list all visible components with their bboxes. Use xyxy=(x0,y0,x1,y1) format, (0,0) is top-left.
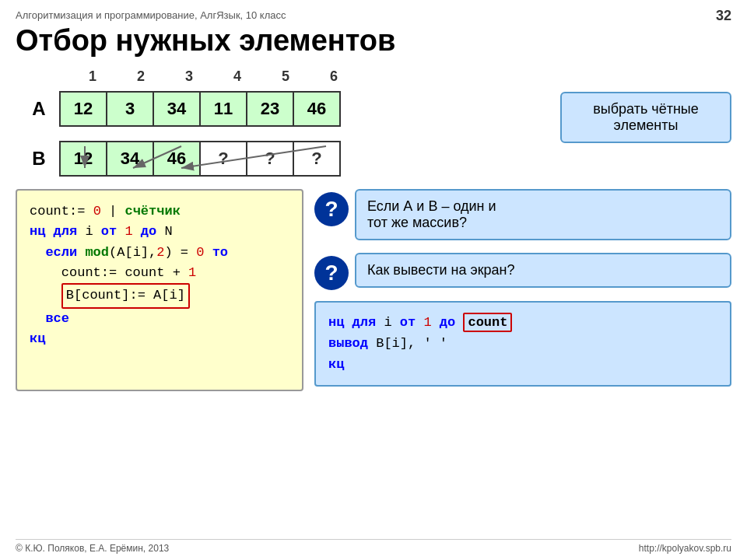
main-title: Отбор нужных элементов xyxy=(16,24,731,58)
count-highlight: count xyxy=(463,313,512,332)
col-label-3: 3 xyxy=(165,68,213,85)
array-b-row: B 12 34 46 ? ? ? xyxy=(23,141,731,177)
array-a-cell-2: 3 xyxy=(106,91,154,127)
slide: Алгоритмизация и программирование, АлгЯз… xyxy=(0,0,747,560)
col-label-4: 4 xyxy=(213,68,261,85)
code-line-5: B[count]:= A[i] xyxy=(30,283,289,308)
array-a-cell-5: 23 xyxy=(246,91,294,127)
array-a-cell-1: 12 xyxy=(59,91,107,127)
code-line-7: кц xyxy=(30,329,289,349)
array-b-cell-4: ? xyxy=(199,141,247,177)
array-a-label: A xyxy=(23,98,54,120)
output-line-2: вывод B[i], ' ' xyxy=(328,333,717,354)
question-1-icon: ? xyxy=(314,192,349,226)
question-2-icon: ? xyxy=(314,256,349,290)
code-box: count:= 0 | счётчик нц для i от 1 до N е… xyxy=(16,189,303,391)
col-label-5: 5 xyxy=(261,68,310,85)
arrays-section: 1 2 3 4 5 6 A 12 3 34 11 23 46 B 12 34 xyxy=(23,68,731,177)
array-b-cell-3: 46 xyxy=(153,141,201,177)
col-label-2: 2 xyxy=(117,68,165,85)
output-code-box: нц для i от 1 до count вывод B[i], ' ' к… xyxy=(314,301,731,387)
question-1-text: Если А и В – один и тот же массив? xyxy=(355,189,731,240)
callout-even-elements: выбрать чётные элементы xyxy=(560,92,731,143)
code-line-4: count:= count + 1 xyxy=(30,263,289,283)
array-a-cells: 12 3 34 11 23 46 xyxy=(61,91,341,127)
array-b-cells: 12 34 46 ? ? ? xyxy=(61,141,341,177)
code-line-6: все xyxy=(30,309,289,329)
array-b-cell-2: 34 xyxy=(106,141,154,177)
column-labels: 1 2 3 4 5 6 xyxy=(68,68,731,85)
array-b-cell-5: ? xyxy=(246,141,294,177)
array-a-cell-3: 34 xyxy=(153,91,201,127)
col-label-6: 6 xyxy=(310,68,358,85)
footer-right: http://kpolyakov.spb.ru xyxy=(639,543,731,554)
footer-left: © К.Ю. Поляков, Е.А. Ерёмин, 2013 xyxy=(16,543,169,554)
question-2-text: Как вывести на экран? xyxy=(355,253,731,288)
output-line-1: нц для i от 1 до count xyxy=(328,312,717,333)
array-a-cell-6: 46 xyxy=(293,91,341,127)
array-a-cell-4: 11 xyxy=(199,91,247,127)
code-line-3: если mod(A[i],2) = 0 то xyxy=(30,243,289,263)
header-text: Алгоритмизация и программирование, АлгЯз… xyxy=(16,9,731,21)
footer: © К.Ю. Поляков, Е.А. Ерёмин, 2013 http:/… xyxy=(16,539,731,554)
array-b-cell-1: 12 xyxy=(59,141,107,177)
question-2-bubble: ? Как вывести на экран? xyxy=(314,253,731,290)
col-label-1: 1 xyxy=(68,68,117,85)
right-section: ? Если А и В – один и тот же массив? ? К… xyxy=(314,189,731,387)
code-line-2: нц для i от 1 до N xyxy=(30,222,289,242)
array-b-label: B xyxy=(23,148,54,170)
code-line-1: count:= 0 | счётчик xyxy=(30,201,289,222)
slide-number: 32 xyxy=(716,8,731,24)
array-b-cell-6: ? xyxy=(293,141,341,177)
question-1-bubble: ? Если А и В – один и тот же массив? xyxy=(314,189,731,240)
output-line-3: кц xyxy=(328,354,717,375)
bottom-section: count:= 0 | счётчик нц для i от 1 до N е… xyxy=(16,189,731,391)
